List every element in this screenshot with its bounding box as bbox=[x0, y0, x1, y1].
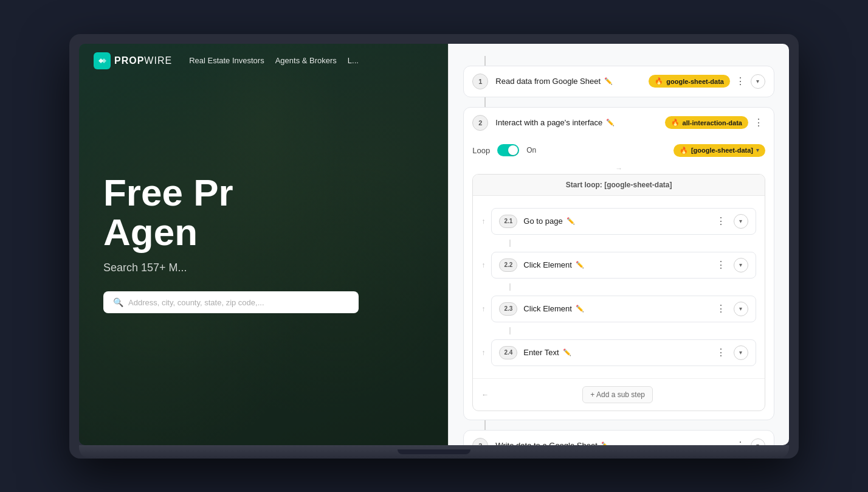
step-2-badge[interactable]: 🔥 all-interaction-data bbox=[665, 116, 748, 129]
step-3-expand-btn[interactable]: ▾ bbox=[751, 438, 765, 445]
loop-toggle[interactable] bbox=[497, 144, 519, 156]
sub-step-2-1-wrapper: ↑ 2.1 Go to page ✏️ ⋮ ▾ bbox=[481, 203, 756, 247]
toggle-on-text: On bbox=[526, 146, 536, 154]
step-2-more-btn[interactable]: ⋮ bbox=[752, 116, 765, 130]
sub-step-2-2-expand[interactable]: ▾ bbox=[734, 258, 748, 272]
step-3-header: 3 Write data to a Google Sheet ✏️ ⋮ ▾ bbox=[464, 431, 774, 445]
sub-step-2-4-number: 2.4 bbox=[499, 346, 517, 359]
sub-step-2-1-edit[interactable]: ✏️ bbox=[567, 217, 575, 225]
sub-step-2-3-label: Click Element ✏️ bbox=[523, 304, 708, 313]
hero-subtitle: Search 157+ M... bbox=[103, 262, 187, 274]
loop-arrow-down: → bbox=[464, 163, 774, 174]
connector-top bbox=[484, 56, 486, 66]
sub-step-2-3-up[interactable]: ↑ bbox=[481, 305, 485, 313]
sub-step-2-2-up[interactable]: ↑ bbox=[481, 261, 485, 269]
sub-step-2-4-label: Enter Text ✏️ bbox=[523, 348, 708, 357]
sub-step-2-2-more[interactable]: ⋮ bbox=[714, 258, 728, 272]
loop-badge-icon: 🔥 bbox=[680, 147, 688, 154]
sub-step-2-3-more[interactable]: ⋮ bbox=[714, 302, 728, 316]
hero-title-line2: Agen bbox=[103, 212, 233, 252]
logo-bold: PROP bbox=[114, 55, 144, 66]
search-placeholder: Address, city, county, state, zip code,.… bbox=[128, 298, 264, 307]
step-1-badge-icon: 🔥 bbox=[655, 77, 663, 85]
sub-step-2-3-card: 2.3 Click Element ✏️ ⋮ ▾ bbox=[491, 296, 756, 322]
hero-title: Free Pr Agen bbox=[103, 173, 233, 252]
nav-link-more[interactable]: L... bbox=[348, 56, 359, 65]
step-3-more-btn[interactable]: ⋮ bbox=[734, 439, 747, 445]
laptop-notch bbox=[398, 449, 470, 454]
step-1-badge-text: google-sheet-data bbox=[666, 78, 724, 85]
logo-icon bbox=[94, 52, 111, 69]
step-2-label: Interact with a page's interface ✏️ bbox=[495, 118, 657, 127]
sub-step-2-1-number: 2.1 bbox=[499, 215, 517, 228]
sub-connector-1 bbox=[509, 240, 511, 247]
hero-title-line1: Free Pr bbox=[103, 173, 233, 212]
loop-container: Start loop: [google-sheet-data] ↑ 2.1 bbox=[472, 174, 765, 411]
step-2-number: 2 bbox=[472, 115, 488, 131]
left-panel: PROPWIRE Real Estate Investors Agents & … bbox=[79, 44, 448, 445]
sub-step-2-4-more[interactable]: ⋮ bbox=[714, 346, 728, 359]
sub-step-2-2-edit[interactable]: ✏️ bbox=[576, 261, 584, 269]
step-1-group: 1 Read data from Google Sheet ✏️ 🔥 googl… bbox=[463, 66, 774, 97]
laptop-screen: PROPWIRE Real Estate Investors Agents & … bbox=[79, 44, 789, 445]
sub-step-2-4-card: 2.4 Enter Text ✏️ ⋮ ▾ bbox=[491, 339, 756, 366]
step-1-label: Read data from Google Sheet ✏️ bbox=[495, 77, 641, 86]
sub-steps: ↑ 2.1 Go to page ✏️ ⋮ ▾ bbox=[473, 196, 765, 378]
step-1-number: 1 bbox=[472, 74, 488, 89]
step-3-edit-icon[interactable]: ✏️ bbox=[601, 442, 610, 445]
logo-light: WIRE bbox=[144, 55, 172, 66]
sub-step-2-4-wrapper: ↑ 2.4 Enter Text ✏️ ⋮ ▾ bbox=[481, 334, 756, 371]
connector-2-3 bbox=[484, 420, 486, 430]
propwire-nav: PROPWIRE Real Estate Investors Agents & … bbox=[79, 44, 448, 78]
nav-link-investors[interactable]: Real Estate Investors bbox=[189, 56, 264, 65]
add-sub-step-btn[interactable]: + Add a sub step bbox=[582, 386, 653, 403]
sub-step-2-1-expand[interactable]: ▾ bbox=[734, 214, 748, 229]
step-1-badge[interactable]: 🔥 google-sheet-data bbox=[649, 75, 730, 88]
sub-connector-2 bbox=[509, 283, 511, 291]
workflow-container: 1 Read data from Google Sheet ✏️ 🔥 googl… bbox=[463, 56, 774, 445]
hero-section: Free Pr Agen Search 157+ M... 🔍 Address,… bbox=[79, 78, 448, 445]
step-1-expand-btn[interactable]: ▾ bbox=[751, 74, 765, 89]
step-1-card: 1 Read data from Google Sheet ✏️ 🔥 googl… bbox=[464, 66, 774, 97]
sub-step-2-1-more[interactable]: ⋮ bbox=[714, 215, 728, 228]
step-3-actions: ⋮ ▾ bbox=[734, 438, 765, 445]
sub-step-2-3-edit[interactable]: ✏️ bbox=[576, 305, 584, 313]
step-2-badge-text: all-interaction-data bbox=[683, 119, 742, 126]
laptop-container: PROPWIRE Real Estate Investors Agents & … bbox=[69, 34, 799, 459]
loop-header: Start loop: [google-sheet-data] bbox=[473, 175, 765, 196]
nav-link-agents[interactable]: Agents & Brokers bbox=[275, 56, 337, 65]
loop-badge[interactable]: 🔥 [google-sheet-data] ▾ bbox=[673, 144, 765, 157]
sub-step-2-3-row: ↑ 2.3 Click Element ✏️ ⋮ ▾ bbox=[481, 291, 756, 327]
sub-step-2-4-up[interactable]: ↑ bbox=[481, 348, 485, 357]
search-bar[interactable]: 🔍 Address, city, county, state, zip code… bbox=[103, 291, 359, 313]
loop-footer-arrow-left: ← bbox=[481, 390, 489, 399]
sub-step-2-1-card: 2.1 Go to page ✏️ ⋮ ▾ bbox=[491, 208, 756, 235]
step-3-group: 3 Write data to a Google Sheet ✏️ ⋮ ▾ bbox=[463, 430, 774, 445]
sub-step-2-2-label: Click Element ✏️ bbox=[523, 260, 708, 269]
nav-links: Real Estate Investors Agents & Brokers L… bbox=[189, 56, 359, 65]
sub-step-2-2-row: ↑ 2.2 Click Element ✏️ ⋮ ▾ bbox=[481, 247, 756, 283]
sub-step-2-1-row: ↑ 2.1 Go to page ✏️ ⋮ ▾ bbox=[481, 203, 756, 240]
step-1-more-btn[interactable]: ⋮ bbox=[734, 75, 747, 88]
step-2-actions: 🔥 all-interaction-data ⋮ bbox=[665, 116, 765, 130]
loop-label: Loop bbox=[472, 146, 490, 155]
step-1-actions: 🔥 google-sheet-data ⋮ ▾ bbox=[649, 74, 765, 89]
sub-step-2-1-up[interactable]: ↑ bbox=[481, 217, 485, 226]
connector-1-2 bbox=[484, 97, 486, 107]
search-icon: 🔍 bbox=[113, 297, 123, 307]
sub-step-2-3-wrapper: ↑ 2.3 Click Element ✏️ ⋮ ▾ bbox=[481, 291, 756, 334]
step-2-edit-icon[interactable]: ✏️ bbox=[606, 119, 615, 126]
step-3-label: Write data to a Google Sheet ✏️ bbox=[495, 441, 726, 445]
right-panel[interactable]: 1 Read data from Google Sheet ✏️ 🔥 googl… bbox=[448, 44, 789, 445]
propwire-logo: PROPWIRE bbox=[94, 52, 172, 69]
loop-badge-text: [google-sheet-data] bbox=[691, 147, 753, 154]
toggle-knob bbox=[508, 145, 518, 155]
step-1-edit-icon[interactable]: ✏️ bbox=[604, 77, 613, 85]
step-3-number: 3 bbox=[472, 438, 488, 445]
laptop-base bbox=[79, 445, 789, 459]
step-2-badge-icon: 🔥 bbox=[671, 119, 680, 126]
sub-step-2-2-card: 2.2 Click Element ✏️ ⋮ ▾ bbox=[491, 252, 756, 279]
sub-step-2-4-expand[interactable]: ▾ bbox=[734, 345, 748, 360]
sub-step-2-4-edit[interactable]: ✏️ bbox=[563, 348, 571, 356]
sub-step-2-3-expand[interactable]: ▾ bbox=[734, 302, 748, 316]
